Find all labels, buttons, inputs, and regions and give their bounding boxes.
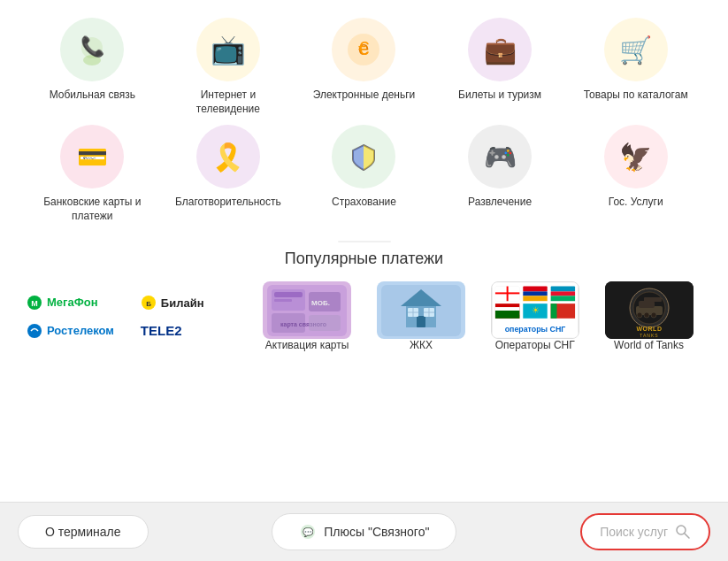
svg-text:TANKS: TANKS xyxy=(640,333,658,338)
zhkh-item[interactable]: ЖКХ xyxy=(369,281,474,351)
svg-point-57 xyxy=(644,312,649,318)
about-button[interactable]: О терминале xyxy=(18,515,149,549)
category-internet[interactable]: 📺 Интернет и телевидение xyxy=(163,18,295,116)
svg-rect-20 xyxy=(309,315,341,331)
insurance-label: Страхование xyxy=(332,196,396,210)
search-button[interactable]: Поиск услуг xyxy=(580,513,710,550)
charity-icon: 🎗️ xyxy=(196,125,260,188)
internet-label: Интернет и телевидение xyxy=(175,88,281,116)
category-gov[interactable]: 🦅 Гос. Услуги xyxy=(570,125,701,223)
category-tickets[interactable]: 💼 Билеты и туризм xyxy=(434,18,566,116)
svg-text:📞: 📞 xyxy=(80,35,105,58)
entertainment-icon: 🎮 xyxy=(468,125,532,188)
search-icon xyxy=(675,524,691,540)
megafon-label: МегаФон xyxy=(47,296,98,309)
beeline-logo[interactable]: Б Билайн xyxy=(141,291,204,314)
svg-rect-37 xyxy=(523,292,547,296)
svg-line-65 xyxy=(685,534,689,538)
rostelecom-icon xyxy=(27,323,42,339)
category-entertainment[interactable]: 🎮 Развлечение xyxy=(434,125,566,223)
catalog-icon: 🛒 xyxy=(604,18,668,81)
category-banking[interactable]: 💳 Банковские карты и платежи xyxy=(27,125,158,223)
mobile-label: Мобильная связь xyxy=(50,88,135,103)
svg-point-58 xyxy=(651,312,656,318)
svg-rect-35 xyxy=(495,293,519,295)
svg-text:МОБ.: МОБ. xyxy=(311,299,330,307)
svg-text:WORLD: WORLD xyxy=(636,326,662,332)
svg-rect-48 xyxy=(550,304,556,319)
svg-rect-36 xyxy=(523,287,547,292)
category-grid: 📞 Мобильная связь 📺 Интернет и телевиден… xyxy=(27,18,701,223)
svg-point-9 xyxy=(27,324,42,338)
banking-label: Банковские карты и платежи xyxy=(39,196,145,223)
popular-section: Популярные платежи M МегаФон Ростелек xyxy=(27,250,701,351)
wot-image: WORLD TANKS xyxy=(605,281,694,339)
wot-item[interactable]: WORLD TANKS World of Tanks xyxy=(596,281,701,351)
banking-icon: 💳 xyxy=(60,125,124,188)
category-mobile[interactable]: 📞 Мобильная связь xyxy=(27,18,158,116)
insurance-icon xyxy=(332,125,395,188)
telecom-col-1: M МегаФон Ростелеком xyxy=(27,291,132,342)
svg-text:M: M xyxy=(31,299,38,308)
activation-label: Активация карты xyxy=(265,339,349,351)
rostelecom-label: Ростелеком xyxy=(47,324,114,337)
sng-item[interactable]: ☀ операторы СНГ Операторы СНГ xyxy=(482,281,587,351)
tele2-logo[interactable]: TELE2 xyxy=(141,319,182,342)
svg-rect-41 xyxy=(550,296,574,302)
category-emoney[interactable]: e € Электронные деньги xyxy=(298,18,430,116)
zhkh-label: ЖКХ xyxy=(410,339,433,351)
category-charity[interactable]: 🎗️ Благотворительность xyxy=(163,125,295,223)
entertainment-label: Развлечение xyxy=(468,196,532,210)
section-divider xyxy=(338,241,391,242)
tickets-icon: 💼 xyxy=(468,18,532,81)
search-placeholder-text: Поиск услуг xyxy=(600,525,668,539)
activation-image: карта связного МОБ. xyxy=(267,285,347,336)
sng-image: ☀ операторы СНГ xyxy=(492,281,579,339)
bonuses-label: Плюсы "Связного" xyxy=(324,525,429,539)
svg-rect-15 xyxy=(274,299,292,302)
charity-label: Благотворительность xyxy=(175,196,281,210)
svg-text:☀: ☀ xyxy=(531,305,539,315)
svg-point-56 xyxy=(637,312,642,318)
popular-title: Популярные платежи xyxy=(27,250,701,268)
tickets-label: Билеты и туризм xyxy=(458,88,541,103)
svg-text:Б: Б xyxy=(146,300,151,308)
sng-label: Операторы СНГ xyxy=(495,339,575,351)
svg-rect-55 xyxy=(644,297,662,302)
rostelecom-logo[interactable]: Ростелеком xyxy=(27,319,114,342)
svg-text:операторы СНГ: операторы СНГ xyxy=(504,326,565,334)
tele2-label: TELE2 xyxy=(141,323,182,338)
footer: О терминале 💬 Плюсы "Связного" Поиск усл… xyxy=(0,502,728,561)
activation-item[interactable]: карта связного МОБ. Активация карты xyxy=(255,281,360,351)
bonuses-button[interactable]: 💬 Плюсы "Связного" xyxy=(272,513,456,550)
megafon-logo[interactable]: M МегаФон xyxy=(27,291,98,314)
telecom-col-2: Б Билайн TELE2 xyxy=(141,291,246,342)
about-label: О терминале xyxy=(45,525,121,539)
emoney-label: Электронные деньги xyxy=(313,88,416,103)
category-catalog[interactable]: 🛒 Товары по каталогам xyxy=(570,18,701,116)
svg-text:€: € xyxy=(358,37,369,59)
sng-icon: ☀ операторы СНГ xyxy=(491,281,579,339)
svg-rect-40 xyxy=(550,292,574,296)
catalog-label: Товары по каталогам xyxy=(584,88,688,103)
wot-label: World of Tanks xyxy=(614,339,684,351)
zhkh-image xyxy=(381,285,461,336)
popular-grid: M МегаФон Ростелеком Б xyxy=(27,281,701,351)
zhkh-icon xyxy=(377,281,465,339)
svg-rect-14 xyxy=(274,292,303,297)
emoney-icon: e € xyxy=(332,18,395,81)
gov-label: Гос. Услуги xyxy=(609,196,663,210)
wot-icon: WORLD TANKS xyxy=(605,281,694,339)
svg-text:💬: 💬 xyxy=(303,526,314,538)
svg-rect-38 xyxy=(523,296,547,302)
activation-icon: карта связного МОБ. xyxy=(263,281,351,339)
beeline-icon: Б xyxy=(141,295,157,311)
svg-rect-39 xyxy=(550,287,574,292)
svg-rect-54 xyxy=(639,301,655,308)
svg-rect-24 xyxy=(417,316,425,327)
megafon-icon: M xyxy=(27,295,42,311)
category-insurance[interactable]: Страхование xyxy=(298,125,430,223)
bonuses-icon: 💬 xyxy=(299,523,317,541)
beeline-label: Билайн xyxy=(161,296,204,310)
mobile-icon: 📞 xyxy=(60,18,124,81)
